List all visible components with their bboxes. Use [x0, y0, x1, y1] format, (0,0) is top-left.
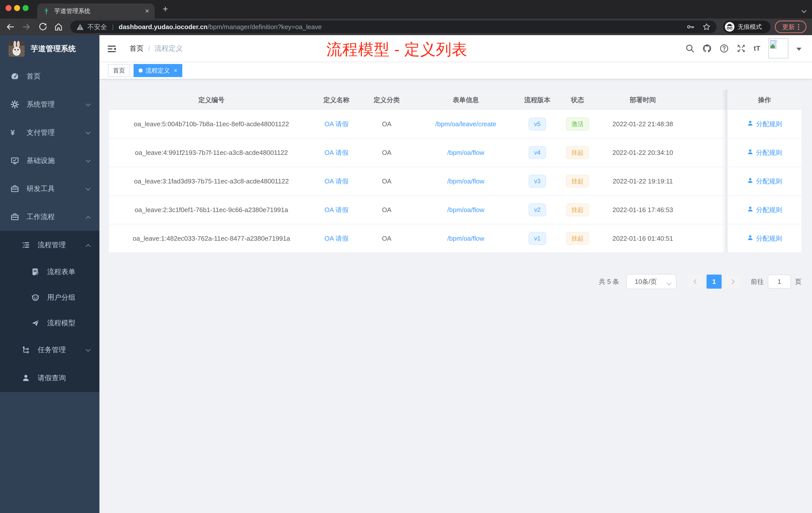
sidebar-item-payment[interactable]: ¥支付管理 [0, 118, 99, 147]
assign-rule-link[interactable]: 分配规则 [747, 234, 782, 243]
user-avatar[interactable] [768, 38, 788, 58]
assign-rule-link[interactable]: 分配规则 [747, 120, 782, 128]
url-host: dashboard.yudao.iocoder.cn [119, 23, 208, 31]
form-info-cell: /bpm/oa/flow [414, 235, 517, 242]
fullscreen-icon[interactable] [737, 44, 746, 53]
assign-rule-link[interactable]: 分配规则 [747, 206, 782, 214]
window-minimize-button[interactable] [14, 5, 20, 11]
form-info-link[interactable]: /bpm/oa/flow [447, 235, 484, 242]
help-icon[interactable] [720, 44, 729, 53]
address-bar[interactable]: 不安全 | dashboard.yudao.iocoder.cn /bpm/ma… [70, 21, 717, 33]
tab-close-icon[interactable]: × [142, 7, 149, 15]
search-icon[interactable] [686, 44, 695, 53]
status-cell: 激活 [557, 117, 598, 130]
sidebar-item-process-model[interactable]: 流程模型 [0, 310, 99, 336]
definition-table: 定义编号定义名称定义分类表单信息流程版本状态部署时间操作 oa_leave:5:… [109, 90, 802, 253]
new-tab-button[interactable]: + [163, 4, 168, 14]
version-badge: v4 [528, 146, 546, 159]
chevron-up-icon [85, 214, 91, 219]
font-size-icon[interactable]: tT [754, 44, 760, 53]
sidebar-item-user-group[interactable]: 用户分组 [0, 284, 99, 310]
column-header: 部署时间 [598, 96, 688, 104]
form-info-link[interactable]: /bpm/oa/leave/create [435, 120, 496, 128]
definition-name-cell: OA 请假 [314, 234, 359, 243]
not-secure-warning-icon[interactable] [76, 23, 84, 30]
definition-id: oa_leave:2:3c1f0ef1-76b1-11ec-9c66-a2380… [109, 206, 314, 214]
sidebar-item-process-form[interactable]: 流程表单 [0, 259, 99, 284]
definition-category: OA [359, 120, 414, 128]
window-close-button[interactable] [5, 5, 11, 11]
sidebar-item-workflow[interactable]: 工作流程 [0, 203, 99, 231]
sidebar-item-devtools[interactable]: 研发工具 [0, 175, 99, 203]
deploy-time: 2022-01-22 20:34:10 [598, 149, 688, 157]
tag-home[interactable]: 首页 [108, 64, 130, 77]
forward-icon[interactable] [22, 22, 31, 32]
goto-page-input[interactable] [768, 275, 791, 289]
tag-close-icon[interactable]: × [174, 67, 177, 73]
url-path: /bpm/manager/definition?key=oa_leave [208, 23, 322, 31]
definition-name-link[interactable]: OA 请假 [324, 177, 348, 185]
chevron-down-icon [85, 347, 91, 352]
version-cell: v2 [517, 203, 557, 216]
chevron-down-icon [666, 280, 672, 284]
person-icon [747, 234, 754, 243]
deploy-time: 2022-01-22 19:19:11 [598, 177, 688, 185]
bookmark-star-icon[interactable] [702, 23, 710, 31]
sidebar-item-system[interactable]: 系统管理 [0, 90, 99, 118]
form-info-cell: /bpm/oa/flow [414, 206, 517, 214]
back-icon[interactable] [5, 22, 15, 32]
assign-rule-link[interactable]: 分配规则 [747, 177, 782, 186]
assign-rule-link[interactable]: 分配规则 [747, 148, 782, 157]
sidebar-collapse-icon[interactable] [107, 44, 116, 54]
sidebar-item-infra[interactable]: 基础设施 [0, 147, 99, 175]
definition-id: oa_leave:5:004b710b-7b8a-11ec-8ef0-acde4… [109, 120, 314, 128]
definition-name-link[interactable]: OA 请假 [324, 206, 348, 214]
version-cell: v5 [517, 117, 557, 130]
reload-icon[interactable] [38, 22, 48, 32]
definition-name-link[interactable]: OA 请假 [324, 120, 348, 128]
definition-name-cell: OA 请假 [314, 206, 359, 214]
breadcrumb-home[interactable]: 首页 [129, 44, 144, 53]
window-zoom-button[interactable] [23, 5, 29, 11]
form-info-link[interactable]: /bpm/oa/flow [447, 206, 484, 214]
sidebar-item-home[interactable]: 首页 [0, 62, 99, 90]
definition-name-link[interactable]: OA 请假 [324, 235, 348, 242]
status-cell: 挂起 [557, 175, 598, 188]
pagination: 共 5 条 10条/页 1 前往 [599, 274, 802, 289]
github-icon[interactable] [702, 44, 712, 53]
incognito-label: 无痕模式 [738, 23, 762, 31]
next-page-button[interactable] [726, 275, 741, 289]
column-header: 定义名称 [314, 96, 359, 104]
sidebar-logo[interactable]: 芋道管理系统 [0, 35, 99, 62]
passwords-key-icon[interactable] [687, 23, 695, 31]
home-icon[interactable] [54, 22, 63, 32]
tab-title: 芋道管理系统 [54, 7, 142, 15]
definition-name-link[interactable]: OA 请假 [324, 149, 348, 156]
incognito-icon [725, 22, 735, 32]
breadcrumb: 首页 / 流程定义 [129, 35, 183, 62]
table-row: oa_leave:5:004b710b-7b8a-11ec-8ef0-acde4… [109, 110, 802, 139]
page-size-select[interactable]: 10条/页 [626, 274, 676, 289]
page-number-current[interactable]: 1 [706, 275, 722, 289]
prev-page-button[interactable] [688, 275, 702, 289]
chrome-update-button[interactable]: 更新 [775, 21, 807, 33]
avatar-caret-icon[interactable] [796, 48, 802, 53]
form-info-link[interactable]: /bpm/oa/flow [447, 149, 484, 156]
sidebar-item-process-manage[interactable]: 流程管理 [0, 231, 99, 259]
paper-plane-icon [31, 319, 40, 327]
form-info-cell: /bpm/oa/flow [414, 177, 517, 185]
logo-avatar [8, 41, 25, 57]
sidebar-item-task-manage[interactable]: 任务管理 [0, 336, 99, 364]
chevron-down-icon [85, 158, 91, 163]
deploy-time: 2022-01-16 17:46:53 [598, 206, 688, 214]
status-badge: 激活 [566, 117, 589, 130]
form-info-link[interactable]: /bpm/oa/flow [447, 177, 484, 185]
form-info-cell: /bpm/oa/leave/create [414, 120, 517, 128]
browser-tabstrip: 芋道管理系统 × + [0, 0, 812, 19]
table-row: oa_leave:1:482ec033-762a-11ec-8477-a2380… [109, 224, 802, 253]
tag-process-definition[interactable]: 流程定义 × [134, 64, 182, 77]
header-actions: tT [686, 35, 802, 62]
browser-tab[interactable]: 芋道管理系统 × [37, 3, 155, 19]
sidebar-item-leave-query[interactable]: 请假查询 [0, 364, 99, 392]
tab-search-chevron-icon[interactable] [801, 7, 807, 12]
